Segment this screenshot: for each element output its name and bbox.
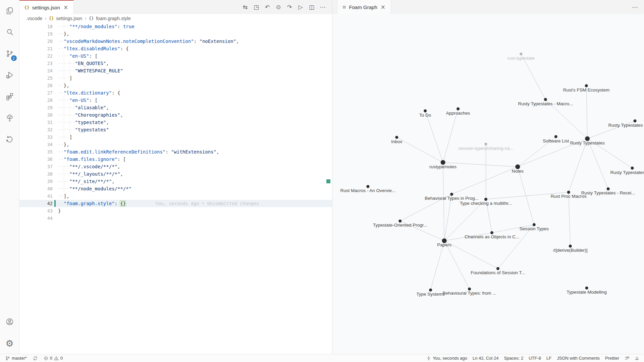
graph-node-label: Papers <box>437 242 451 247</box>
breadcrumb-item-settings-json[interactable]: settings.json <box>56 16 82 21</box>
graph-node[interactable] <box>634 119 637 122</box>
graph-node[interactable] <box>450 193 453 196</box>
line-number: 41 <box>19 192 53 200</box>
code-line[interactable]: 25····] <box>19 74 332 82</box>
activity-explorer[interactable] <box>0 0 19 21</box>
open-changes-icon[interactable]: ⇆ <box>241 4 249 10</box>
foam-graph-canvas[interactable]: rust-typestateRust's FSM EcosystemRusty … <box>332 14 644 354</box>
code-line[interactable]: 29······"aliasable", <box>19 104 332 111</box>
code-line[interactable]: 40····"**/node_modules/**/*" <box>19 185 332 192</box>
tab-foam-graph[interactable]: ≡ Foam Graph × <box>337 0 391 14</box>
code-line[interactable]: 22····"en-US": [ <box>19 52 332 60</box>
encoding-indicator[interactable]: UTF-8 <box>529 356 541 361</box>
graph-node[interactable] <box>429 289 432 292</box>
code-line[interactable]: 36··"foam.files.ignore": [ <box>19 156 332 163</box>
webview-icon: ≡ <box>342 4 346 10</box>
code-line[interactable]: 27··"ltex.dictionary": { <box>19 89 332 97</box>
graph-node[interactable] <box>520 53 522 55</box>
code-line[interactable]: 20··"vscodeMarkdownNotes.noteCompletionC… <box>19 38 332 45</box>
activity-account[interactable] <box>0 311 19 333</box>
code-line[interactable]: 37····"**/.vscode/**/*", <box>19 163 332 170</box>
breadcrumb-item-vscode[interactable]: .vscode <box>26 16 42 21</box>
code-line[interactable]: 35··"foam.edit.linkReferenceDefinitions"… <box>19 148 332 156</box>
cursor-position-label: Ln 42, Col 24 <box>473 356 498 361</box>
line-number: 34 <box>19 141 53 148</box>
code-line[interactable]: 31······"typestate", <box>19 119 332 126</box>
panel-tab-close-icon[interactable]: × <box>380 4 386 10</box>
graph-node[interactable] <box>395 136 398 139</box>
activity-source-control[interactable]: 2 <box>0 43 19 64</box>
graph-node[interactable] <box>544 98 547 101</box>
code-line[interactable]: 38····"**/_layouts/**/*", <box>19 170 332 178</box>
open-preview-icon[interactable]: ◳ <box>252 4 260 10</box>
code-line[interactable]: 34··}, <box>19 141 332 148</box>
activity-search[interactable] <box>0 21 19 43</box>
tab-settings-json[interactable]: {} settings.json × <box>19 0 74 14</box>
breadcrumb-item-foam-graph-style[interactable]: foam.graph.style <box>96 16 131 21</box>
activity-history[interactable] <box>0 129 19 150</box>
prev-change-icon[interactable]: ↶ <box>263 4 271 10</box>
run-icon[interactable]: ▷ <box>297 4 305 10</box>
activity-todo-tree[interactable] <box>0 107 19 129</box>
code-line[interactable]: 32······"typestates" <box>19 126 332 133</box>
graph-node[interactable] <box>366 185 369 188</box>
graph-node[interactable] <box>398 220 401 223</box>
code-editor[interactable]: 18····"**/node_modules": true19··},20··"… <box>19 23 332 354</box>
code-line[interactable]: 26··}, <box>19 82 332 89</box>
cursor-position[interactable]: Ln 42, Col 24 <box>473 356 498 361</box>
line-number: 28 <box>19 97 53 104</box>
branch-indicator[interactable]: master* <box>5 356 27 361</box>
graph-node[interactable] <box>490 231 493 234</box>
graph-node[interactable] <box>424 109 427 112</box>
graph-edge <box>521 54 545 100</box>
language-mode[interactable]: JSON with Comments <box>557 356 600 361</box>
activity-run-debug[interactable] <box>0 64 19 86</box>
code-line[interactable]: 24······"WHITESPACE_RULE" <box>19 67 332 74</box>
encoding-label: UTF-8 <box>529 356 541 361</box>
feedback-button[interactable] <box>625 356 629 361</box>
code-line[interactable]: 41··], <box>19 192 332 200</box>
next-change-icon[interactable]: ↷ <box>285 4 293 10</box>
problems-indicator[interactable]: 0 0 <box>44 356 63 361</box>
graph-node-label: Rusty Typestates - Macro... <box>518 101 573 106</box>
code-line[interactable]: 18····"**/node_modules": true <box>19 23 332 30</box>
code-line[interactable]: 30······"Choreographies", <box>19 111 332 119</box>
more-actions-icon[interactable]: ⋯ <box>319 4 327 10</box>
activity-extensions[interactable] <box>0 86 19 107</box>
eol-indicator[interactable]: LF <box>546 356 551 361</box>
code-line[interactable]: 43} <box>19 207 332 215</box>
activity-settings[interactable]: ⚙ <box>0 333 19 354</box>
line-number: 30 <box>19 111 53 119</box>
tab-title: settings.json <box>32 5 60 10</box>
sync-button[interactable] <box>33 356 38 361</box>
formatter-indicator[interactable]: Prettier <box>605 356 619 361</box>
code-line[interactable]: 19··}, <box>19 30 332 38</box>
graph-node[interactable] <box>567 191 570 194</box>
graph-node[interactable] <box>468 288 471 291</box>
graph-node[interactable] <box>457 107 460 110</box>
tab-close-icon[interactable]: × <box>63 4 69 11</box>
commit-info[interactable]: You, seconds ago <box>426 356 467 361</box>
graph-node[interactable] <box>607 187 610 190</box>
graph-node[interactable] <box>554 135 557 138</box>
code-line[interactable]: 33····] <box>19 133 332 141</box>
code-line[interactable]: 23······"EN_QUOTES", <box>19 60 332 67</box>
code-line[interactable]: 28····"en-US": [ <box>19 97 332 104</box>
code-line[interactable]: 42··"foam.graph.style": {}You, seconds a… <box>19 200 332 207</box>
compare-changes-icon[interactable]: ⊙ <box>274 4 282 10</box>
graph-node[interactable] <box>496 267 499 270</box>
graph-node[interactable] <box>533 223 536 226</box>
graph-node[interactable] <box>631 167 634 170</box>
graph-node[interactable] <box>585 287 588 290</box>
notifications-button[interactable] <box>635 356 639 361</box>
graph-node[interactable] <box>484 198 487 201</box>
graph-node[interactable] <box>585 84 588 87</box>
split-editor-icon[interactable]: ◫ <box>308 4 316 10</box>
code-line[interactable]: 21··"ltex.disabledRules": { <box>19 45 332 52</box>
panel-more-actions-icon[interactable]: ⋯ <box>632 0 644 14</box>
indentation-indicator[interactable]: Spaces: 2 <box>504 356 523 361</box>
code-line[interactable]: 44 <box>19 215 332 222</box>
code-line[interactable]: 39····"**/_site/**/*", <box>19 178 332 185</box>
graph-node[interactable] <box>485 143 487 145</box>
graph-node[interactable] <box>569 245 572 248</box>
